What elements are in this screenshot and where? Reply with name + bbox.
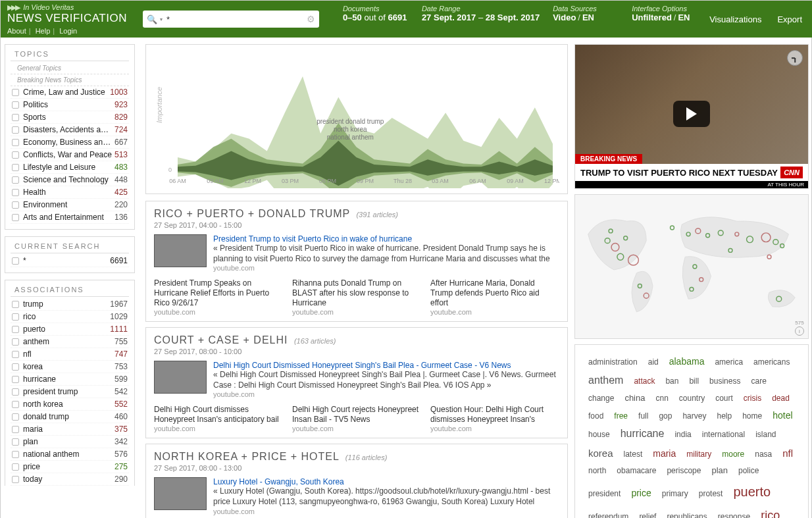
- nav-visualizations[interactable]: Visualizations: [709, 14, 761, 24]
- association-row[interactable]: anthem755: [11, 336, 129, 348]
- search-mode-dropdown-icon[interactable]: ▾: [160, 16, 163, 22]
- nav-help[interactable]: Help: [36, 27, 51, 35]
- story-title[interactable]: RICO + PUERTO + DONALD TRUMP (391 articl…: [154, 208, 559, 220]
- video-player[interactable]: BREAKING NEWS TRUMP TO VISIT PUERTO RICO…: [574, 44, 809, 189]
- cloud-word[interactable]: americans: [753, 355, 790, 370]
- source-lang[interactable]: EN: [582, 13, 594, 22]
- related-article[interactable]: Rihanna puts Donald Trump on BLAST after…: [292, 278, 421, 316]
- cloud-word[interactable]: island: [755, 427, 776, 442]
- cloud-word[interactable]: alabama: [669, 353, 705, 371]
- checkbox-icon[interactable]: [12, 401, 19, 408]
- source-video[interactable]: Video: [553, 13, 576, 22]
- cloud-word[interactable]: harvey: [682, 409, 706, 424]
- topic-row[interactable]: Crime, Law and Justice1003: [11, 86, 129, 99]
- current-search-row[interactable]: * 6691: [11, 255, 129, 267]
- checkbox-icon[interactable]: [12, 164, 19, 171]
- association-row[interactable]: north korea552: [11, 398, 129, 411]
- cloud-word[interactable]: president: [588, 486, 621, 502]
- cloud-word[interactable]: change: [588, 391, 614, 406]
- checkbox-icon[interactable]: [12, 101, 19, 109]
- checkbox-icon[interactable]: [12, 151, 19, 159]
- checkbox-icon[interactable]: [12, 476, 19, 483]
- topic-row[interactable]: Arts and Entertainment136: [11, 211, 129, 224]
- filter-state[interactable]: Unfiltered: [632, 13, 672, 22]
- cloud-word[interactable]: plan: [711, 463, 728, 479]
- story-title[interactable]: NORTH KOREA + PRICE + HOTEL (116 article…: [154, 451, 559, 463]
- nav-login[interactable]: Login: [59, 27, 77, 35]
- checkbox-icon[interactable]: [12, 301, 19, 308]
- cloud-word[interactable]: administration: [588, 355, 638, 370]
- checkbox-icon[interactable]: [12, 463, 19, 471]
- checkbox-icon[interactable]: [12, 351, 19, 358]
- topic-row[interactable]: Politics923: [11, 99, 129, 111]
- association-row[interactable]: korea753: [11, 361, 129, 373]
- checkbox-icon[interactable]: [12, 413, 19, 421]
- checkbox-icon[interactable]: [12, 363, 19, 371]
- search-query-text[interactable]: *: [166, 14, 307, 24]
- topic-row[interactable]: Disasters, Accidents and Eme…724: [11, 124, 129, 136]
- cloud-word[interactable]: latest: [624, 447, 643, 462]
- association-row[interactable]: today290: [11, 473, 129, 486]
- cloud-word[interactable]: gop: [659, 409, 672, 424]
- checkbox-icon[interactable]: [12, 388, 19, 396]
- association-row[interactable]: rico1029: [11, 311, 129, 323]
- cloud-word[interactable]: attack: [634, 374, 655, 389]
- cloud-word[interactable]: nasa: [755, 447, 772, 462]
- cloud-word[interactable]: nfl: [782, 444, 793, 463]
- cloud-word[interactable]: price: [631, 484, 651, 502]
- cloud-word[interactable]: china: [624, 390, 645, 407]
- checkbox-icon[interactable]: [12, 201, 19, 209]
- cloud-word[interactable]: country: [679, 391, 705, 406]
- cloud-word[interactable]: periscope: [667, 463, 701, 479]
- cloud-word[interactable]: food: [588, 409, 603, 424]
- cloud-word[interactable]: aid: [648, 355, 659, 370]
- association-row[interactable]: trump1967: [11, 298, 129, 311]
- cloud-word[interactable]: business: [709, 374, 740, 389]
- cloud-word[interactable]: police: [738, 463, 759, 479]
- video-thumbnail[interactable]: [154, 361, 207, 394]
- cloud-word[interactable]: court: [715, 391, 733, 406]
- video-thumbnail[interactable]: [154, 234, 207, 267]
- topic-row[interactable]: Environment220: [11, 199, 129, 211]
- topic-row[interactable]: Health425: [11, 186, 129, 199]
- cloud-word[interactable]: obamacare: [617, 463, 656, 479]
- timeline-chart[interactable]: Importance0president donald trumpnorth k…: [145, 44, 568, 194]
- topic-row[interactable]: Sports829: [11, 111, 129, 124]
- cloud-word[interactable]: primary: [662, 486, 688, 502]
- lead-title[interactable]: Delhi High Court Dismissed Honeypreet Si…: [213, 361, 559, 370]
- gear-icon[interactable]: ⚙: [307, 14, 315, 24]
- cloud-word[interactable]: dead: [772, 391, 790, 406]
- checkbox-icon[interactable]: [12, 438, 19, 446]
- cloud-word[interactable]: help: [717, 409, 732, 424]
- topic-row[interactable]: Science and Technology448: [11, 174, 129, 186]
- association-row[interactable]: hurricane599: [11, 373, 129, 386]
- checkbox-icon[interactable]: [12, 126, 19, 134]
- checkbox-icon[interactable]: [12, 376, 19, 383]
- related-article[interactable]: Delhi High Court rejects Honeypreet Insa…: [292, 405, 421, 432]
- cloud-word[interactable]: maria: [653, 445, 676, 463]
- checkbox-icon[interactable]: [12, 139, 19, 146]
- cloud-word[interactable]: free: [614, 409, 628, 424]
- cloud-word[interactable]: hotel: [773, 407, 792, 425]
- checkbox-icon[interactable]: [12, 338, 19, 346]
- cloud-word[interactable]: response: [718, 509, 750, 518]
- related-article[interactable]: Question Hour: Delhi High Court dismisse…: [430, 405, 559, 432]
- cloud-word[interactable]: america: [715, 355, 743, 370]
- checkbox-icon[interactable]: [12, 313, 19, 321]
- cloud-word[interactable]: referendum: [588, 509, 628, 518]
- topic-row[interactable]: Lifestyle and Leisure483: [11, 161, 129, 174]
- topic-row[interactable]: Conflicts, War and Peace513: [11, 149, 129, 161]
- cloud-word[interactable]: anthem: [588, 371, 623, 390]
- association-row[interactable]: nfl747: [11, 348, 129, 361]
- search-input[interactable]: 🔍 ▾ * ⚙: [143, 11, 319, 28]
- cloud-word[interactable]: rico: [761, 504, 780, 518]
- cloud-word[interactable]: north: [588, 463, 606, 479]
- checkbox-icon[interactable]: [12, 257, 19, 265]
- video-thumbnail[interactable]: [154, 477, 207, 510]
- checkbox-icon[interactable]: [12, 326, 19, 333]
- topic-row[interactable]: Economy, Business and Finan…667: [11, 136, 129, 149]
- cloud-word[interactable]: protest: [699, 486, 723, 502]
- cloud-word[interactable]: international: [702, 427, 745, 442]
- cloud-word[interactable]: moore: [722, 447, 744, 462]
- checkbox-icon[interactable]: [12, 451, 19, 458]
